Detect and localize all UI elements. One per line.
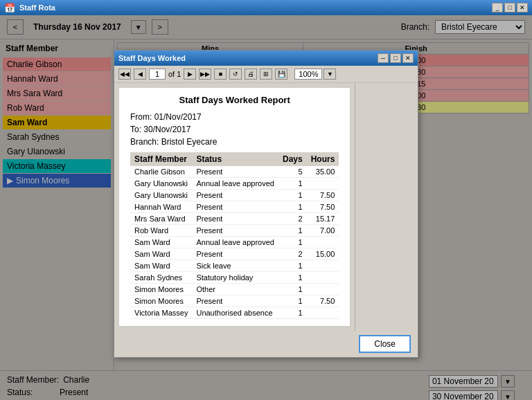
cell-name: Gary Ulanowski bbox=[130, 190, 192, 201]
cell-status: Other bbox=[192, 284, 278, 296]
cell-status: Present bbox=[192, 248, 278, 260]
col-days: Days bbox=[278, 152, 307, 166]
table-row: Sarah Sydnes Statutory holiday 1 bbox=[130, 272, 339, 284]
modal-toolbar: ◀◀ ◀ of 1 ▶ ▶▶ ■ ↺ 🖨 ⊞ 💾 ▼ bbox=[114, 66, 418, 83]
cell-name: Simon Moores bbox=[130, 284, 192, 296]
modal-scrollbar[interactable] bbox=[355, 83, 362, 331]
cell-hours: 15.00 bbox=[307, 248, 339, 260]
table-row: Sam Ward Present 2 15.00 bbox=[130, 248, 339, 260]
report-print-button[interactable]: 🖨 bbox=[245, 69, 257, 80]
table-row: Gary Ulanowski Annual leave approved 1 bbox=[130, 178, 339, 190]
report-title: Staff Days Worked Report bbox=[130, 95, 339, 105]
table-row: Charlie Gibson Present 5 35.00 bbox=[130, 166, 339, 178]
cell-status: Present bbox=[192, 166, 278, 178]
title-bar-controls: _ □ ✕ bbox=[492, 3, 528, 12]
cell-name: Sarah Sydnes bbox=[130, 272, 192, 284]
cell-days: 1 bbox=[278, 201, 307, 213]
cell-days: 2 bbox=[278, 248, 307, 260]
modal-close-action-button[interactable]: Close bbox=[359, 335, 411, 353]
cell-status: Statutory holiday bbox=[192, 272, 278, 284]
cell-days: 1 bbox=[278, 190, 307, 201]
table-row: Hannah Ward Present 1 7.50 bbox=[130, 201, 339, 213]
table-row: Simon Moores Present 1 7.50 bbox=[130, 296, 339, 307]
modal-titlebar: Staff Days Worked ─ □ ✕ bbox=[114, 51, 418, 66]
col-hours: Hours bbox=[307, 152, 339, 166]
modal-close-button[interactable]: ✕ bbox=[402, 53, 414, 63]
table-row: Gary Ulanowski Present 1 7.50 bbox=[130, 190, 339, 201]
report-to: To: 30/Nov/2017 bbox=[130, 125, 339, 134]
maximize-button[interactable]: □ bbox=[504, 3, 515, 12]
cell-hours: 7.50 bbox=[307, 296, 339, 307]
cell-status: Present bbox=[192, 201, 278, 213]
cell-status: Sick leave bbox=[192, 260, 278, 272]
report-prev-button[interactable]: ◀ bbox=[134, 69, 146, 80]
cell-hours: 15.17 bbox=[307, 213, 339, 225]
cell-hours bbox=[307, 237, 339, 248]
cell-status: Present bbox=[192, 225, 278, 237]
cell-name: Sam Ward bbox=[130, 260, 192, 272]
cell-status: Annual leave approved bbox=[192, 178, 278, 190]
modal-body: Staff Days Worked Report From: 01/Nov/20… bbox=[114, 83, 418, 331]
cell-status: Present bbox=[192, 296, 278, 307]
cell-hours: 7.50 bbox=[307, 190, 339, 201]
cell-name: Rob Ward bbox=[130, 225, 192, 237]
modal-controls: ─ □ ✕ bbox=[378, 53, 414, 63]
cell-name: Charlie Gibson bbox=[130, 166, 192, 178]
modal-overlay: Staff Days Worked ─ □ ✕ ◀◀ ◀ of 1 ▶ ▶▶ ■… bbox=[0, 15, 532, 400]
zoom-dropdown-button[interactable]: ▼ bbox=[323, 69, 336, 80]
cell-hours: 35.00 bbox=[307, 166, 339, 178]
cell-name: Sam Ward bbox=[130, 237, 192, 248]
report-table: Staff Member Status Days Hours Charlie G… bbox=[130, 152, 339, 319]
col-status: Status bbox=[192, 152, 278, 166]
modal-maximize-button[interactable]: □ bbox=[390, 53, 401, 63]
cell-days: 1 bbox=[278, 225, 307, 237]
table-row: Rob Ward Present 1 7.00 bbox=[130, 225, 339, 237]
cell-days: 1 bbox=[278, 307, 307, 319]
cell-days: 1 bbox=[278, 272, 307, 284]
cell-hours bbox=[307, 178, 339, 190]
report-stop-button[interactable]: ■ bbox=[214, 69, 227, 80]
report-export-button[interactable]: 💾 bbox=[275, 69, 287, 80]
table-row: Sam Ward Annual leave approved 1 bbox=[130, 237, 339, 248]
cell-name: Mrs Sara Ward bbox=[130, 213, 192, 225]
cell-hours bbox=[307, 272, 339, 284]
table-row: Simon Moores Other 1 bbox=[130, 284, 339, 296]
cell-name: Simon Moores bbox=[130, 296, 192, 307]
cell-status: Annual leave approved bbox=[192, 237, 278, 248]
cell-status: Unauthorised absence bbox=[192, 307, 278, 319]
minimize-button[interactable]: _ bbox=[492, 3, 503, 12]
cell-days: 5 bbox=[278, 166, 307, 178]
close-window-button[interactable]: ✕ bbox=[517, 3, 528, 12]
cell-hours bbox=[307, 260, 339, 272]
report-last-button[interactable]: ▶▶ bbox=[199, 69, 211, 80]
cell-days: 1 bbox=[278, 296, 307, 307]
report-content: Staff Days Worked Report From: 01/Nov/20… bbox=[118, 87, 351, 327]
of-label: of 1 bbox=[168, 70, 181, 78]
cell-days: 2 bbox=[278, 213, 307, 225]
modal-title: Staff Days Worked bbox=[118, 54, 186, 62]
cell-status: Present bbox=[192, 213, 278, 225]
modal-minimize-button[interactable]: ─ bbox=[378, 53, 389, 63]
cell-hours: 7.50 bbox=[307, 201, 339, 213]
report-from: From: 01/Nov/2017 bbox=[130, 112, 339, 122]
report-refresh-button[interactable]: ↺ bbox=[229, 69, 242, 80]
modal-footer: Close bbox=[114, 331, 418, 357]
title-bar: 📅 Staff Rota _ □ ✕ bbox=[0, 0, 532, 15]
page-input[interactable] bbox=[149, 69, 166, 80]
report-first-button[interactable]: ◀◀ bbox=[118, 69, 131, 80]
staff-days-worked-modal: Staff Days Worked ─ □ ✕ ◀◀ ◀ of 1 ▶ ▶▶ ■… bbox=[114, 50, 418, 358]
zoom-input[interactable] bbox=[294, 69, 322, 80]
report-layout-button[interactable]: ⊞ bbox=[260, 69, 272, 80]
table-row: Sam Ward Sick leave 1 bbox=[130, 260, 339, 272]
cell-days: 1 bbox=[278, 260, 307, 272]
report-next-button[interactable]: ▶ bbox=[184, 69, 196, 80]
cell-hours bbox=[307, 307, 339, 319]
cell-days: 1 bbox=[278, 284, 307, 296]
table-row: Mrs Sara Ward Present 2 15.17 bbox=[130, 213, 339, 225]
cell-days: 1 bbox=[278, 237, 307, 248]
cell-name: Hannah Ward bbox=[130, 201, 192, 213]
cell-name: Sam Ward bbox=[130, 248, 192, 260]
table-row: Victoria Massey Unauthorised absence 1 bbox=[130, 307, 339, 319]
cell-hours: 7.00 bbox=[307, 225, 339, 237]
report-branch: Branch: Bristol Eyecare bbox=[130, 137, 339, 147]
